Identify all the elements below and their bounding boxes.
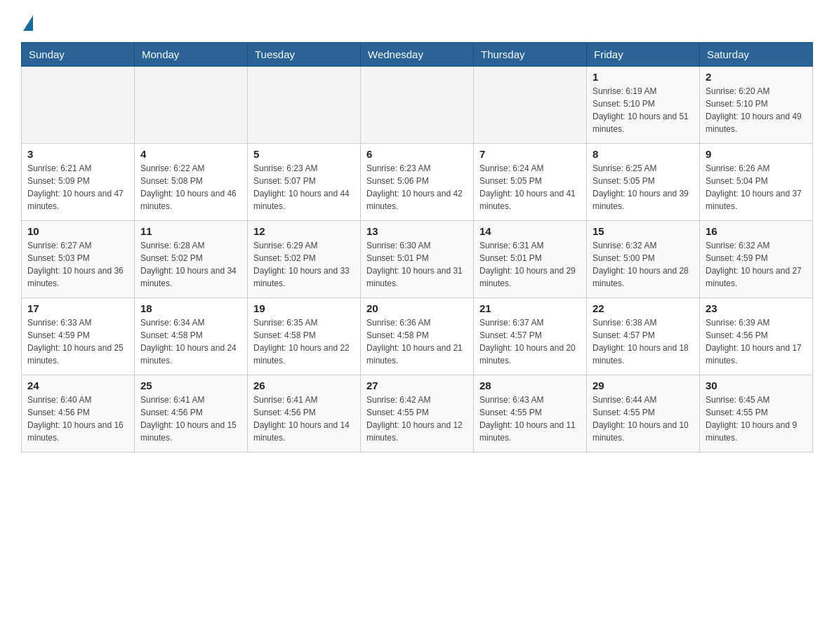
day-number: 29 [593,380,694,391]
calendar-cell: 3Sunrise: 6:21 AM Sunset: 5:09 PM Daylig… [22,144,135,221]
calendar-cell: 24Sunrise: 6:40 AM Sunset: 4:56 PM Dayli… [22,375,135,452]
calendar-cell: 13Sunrise: 6:30 AM Sunset: 5:01 PM Dayli… [361,221,474,298]
logo [21,14,33,28]
calendar-cell: 8Sunrise: 6:25 AM Sunset: 5:05 PM Daylig… [587,144,700,221]
day-number: 25 [140,380,241,391]
day-sun-info: Sunrise: 6:43 AM Sunset: 4:55 PM Dayligh… [479,394,581,444]
day-of-week-header: Saturday [700,43,813,67]
calendar-cell: 30Sunrise: 6:45 AM Sunset: 4:55 PM Dayli… [700,375,813,452]
day-number: 1 [593,71,694,83]
calendar-week-row: 24Sunrise: 6:40 AM Sunset: 4:56 PM Dayli… [22,375,813,452]
day-number: 18 [140,302,241,314]
day-number: 8 [593,148,694,160]
day-sun-info: Sunrise: 6:44 AM Sunset: 4:55 PM Dayligh… [593,394,694,444]
logo-triangle-icon [23,15,33,31]
day-number: 27 [366,380,468,391]
day-number: 26 [253,380,355,391]
calendar-cell: 26Sunrise: 6:41 AM Sunset: 4:56 PM Dayli… [248,375,361,452]
day-sun-info: Sunrise: 6:28 AM Sunset: 5:02 PM Dayligh… [140,239,241,290]
day-sun-info: Sunrise: 6:22 AM Sunset: 5:08 PM Dayligh… [140,162,241,213]
day-of-week-header: Sunday [22,43,135,67]
day-number: 14 [479,225,581,237]
day-number: 23 [706,302,807,314]
day-sun-info: Sunrise: 6:26 AM Sunset: 5:04 PM Dayligh… [706,162,807,213]
day-sun-info: Sunrise: 6:42 AM Sunset: 4:55 PM Dayligh… [366,394,468,444]
day-number: 6 [366,148,468,160]
day-number: 15 [593,225,694,237]
day-sun-info: Sunrise: 6:19 AM Sunset: 5:10 PM Dayligh… [593,85,694,135]
calendar-cell: 23Sunrise: 6:39 AM Sunset: 4:56 PM Dayli… [700,298,813,375]
calendar-cell: 19Sunrise: 6:35 AM Sunset: 4:58 PM Dayli… [248,298,361,375]
calendar-cell [361,67,474,144]
day-number: 4 [140,148,241,160]
calendar-cell: 5Sunrise: 6:23 AM Sunset: 5:07 PM Daylig… [248,144,361,221]
calendar-header-row: SundayMondayTuesdayWednesdayThursdayFrid… [22,43,813,67]
day-sun-info: Sunrise: 6:34 AM Sunset: 4:58 PM Dayligh… [140,316,241,367]
day-number: 20 [366,302,468,314]
day-sun-info: Sunrise: 6:23 AM Sunset: 5:06 PM Dayligh… [366,162,468,213]
day-sun-info: Sunrise: 6:30 AM Sunset: 5:01 PM Dayligh… [366,239,468,290]
day-sun-info: Sunrise: 6:38 AM Sunset: 4:57 PM Dayligh… [593,316,694,367]
calendar-cell [22,67,135,144]
calendar-cell: 29Sunrise: 6:44 AM Sunset: 4:55 PM Dayli… [587,375,700,452]
day-sun-info: Sunrise: 6:29 AM Sunset: 5:02 PM Dayligh… [253,239,355,290]
calendar-cell: 1Sunrise: 6:19 AM Sunset: 5:10 PM Daylig… [587,67,700,144]
calendar-cell: 7Sunrise: 6:24 AM Sunset: 5:05 PM Daylig… [474,144,587,221]
calendar-week-row: 1Sunrise: 6:19 AM Sunset: 5:10 PM Daylig… [22,67,813,144]
day-sun-info: Sunrise: 6:35 AM Sunset: 4:58 PM Dayligh… [253,316,355,367]
day-sun-info: Sunrise: 6:32 AM Sunset: 5:00 PM Dayligh… [593,239,694,290]
day-number: 13 [366,225,468,237]
day-number: 16 [706,225,807,237]
day-sun-info: Sunrise: 6:40 AM Sunset: 4:56 PM Dayligh… [27,394,128,444]
day-number: 3 [27,148,128,160]
day-number: 2 [706,71,807,83]
calendar-cell: 14Sunrise: 6:31 AM Sunset: 5:01 PM Dayli… [474,221,587,298]
day-of-week-header: Thursday [474,43,587,67]
calendar-cell: 15Sunrise: 6:32 AM Sunset: 5:00 PM Dayli… [587,221,700,298]
day-number: 10 [27,225,128,237]
calendar-cell: 9Sunrise: 6:26 AM Sunset: 5:04 PM Daylig… [700,144,813,221]
calendar-cell [474,67,587,144]
calendar-cell: 25Sunrise: 6:41 AM Sunset: 4:56 PM Dayli… [135,375,248,452]
calendar-week-row: 17Sunrise: 6:33 AM Sunset: 4:59 PM Dayli… [22,298,813,375]
calendar-cell: 4Sunrise: 6:22 AM Sunset: 5:08 PM Daylig… [135,144,248,221]
calendar-cell [248,67,361,144]
day-sun-info: Sunrise: 6:31 AM Sunset: 5:01 PM Dayligh… [479,239,581,290]
day-number: 21 [479,302,581,314]
calendar-cell [135,67,248,144]
calendar-cell: 2Sunrise: 6:20 AM Sunset: 5:10 PM Daylig… [700,67,813,144]
day-sun-info: Sunrise: 6:27 AM Sunset: 5:03 PM Dayligh… [27,239,128,290]
day-number: 17 [27,302,128,314]
calendar-cell: 21Sunrise: 6:37 AM Sunset: 4:57 PM Dayli… [474,298,587,375]
day-number: 9 [706,148,807,160]
day-of-week-header: Tuesday [248,43,361,67]
calendar-cell: 28Sunrise: 6:43 AM Sunset: 4:55 PM Dayli… [474,375,587,452]
calendar-cell: 17Sunrise: 6:33 AM Sunset: 4:59 PM Dayli… [22,298,135,375]
day-number: 12 [253,225,355,237]
calendar-cell: 27Sunrise: 6:42 AM Sunset: 4:55 PM Dayli… [361,375,474,452]
day-of-week-header: Friday [587,43,700,67]
day-sun-info: Sunrise: 6:36 AM Sunset: 4:58 PM Dayligh… [366,316,468,367]
day-sun-info: Sunrise: 6:39 AM Sunset: 4:56 PM Dayligh… [706,316,807,367]
calendar-cell: 10Sunrise: 6:27 AM Sunset: 5:03 PM Dayli… [22,221,135,298]
day-sun-info: Sunrise: 6:24 AM Sunset: 5:05 PM Dayligh… [479,162,581,213]
calendar-cell: 11Sunrise: 6:28 AM Sunset: 5:02 PM Dayli… [135,221,248,298]
calendar-cell: 6Sunrise: 6:23 AM Sunset: 5:06 PM Daylig… [361,144,474,221]
calendar-cell: 12Sunrise: 6:29 AM Sunset: 5:02 PM Dayli… [248,221,361,298]
day-number: 11 [140,225,241,237]
day-sun-info: Sunrise: 6:33 AM Sunset: 4:59 PM Dayligh… [27,316,128,367]
calendar-cell: 22Sunrise: 6:38 AM Sunset: 4:57 PM Dayli… [587,298,700,375]
day-number: 22 [593,302,694,314]
day-sun-info: Sunrise: 6:21 AM Sunset: 5:09 PM Dayligh… [27,162,128,213]
day-sun-info: Sunrise: 6:32 AM Sunset: 4:59 PM Dayligh… [706,239,807,290]
calendar-cell: 20Sunrise: 6:36 AM Sunset: 4:58 PM Dayli… [361,298,474,375]
day-of-week-header: Wednesday [361,43,474,67]
calendar-week-row: 3Sunrise: 6:21 AM Sunset: 5:09 PM Daylig… [22,144,813,221]
day-sun-info: Sunrise: 6:37 AM Sunset: 4:57 PM Dayligh… [479,316,581,367]
calendar-table: SundayMondayTuesdayWednesdayThursdayFrid… [21,42,813,452]
day-number: 5 [253,148,355,160]
day-number: 30 [706,380,807,391]
day-sun-info: Sunrise: 6:41 AM Sunset: 4:56 PM Dayligh… [253,394,355,444]
day-sun-info: Sunrise: 6:45 AM Sunset: 4:55 PM Dayligh… [706,394,807,444]
day-number: 28 [479,380,581,391]
